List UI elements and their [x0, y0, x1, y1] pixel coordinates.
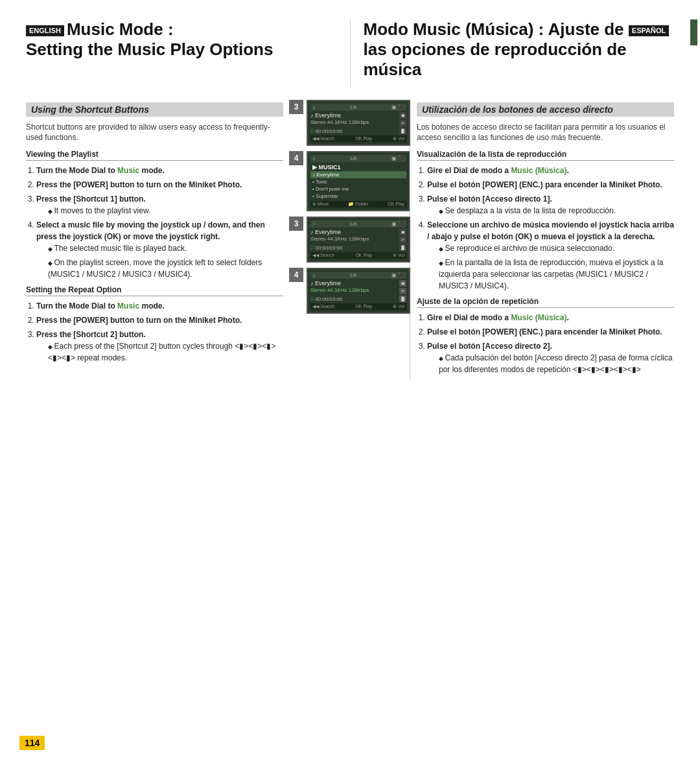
page-indicator2: 1/6: [349, 156, 356, 161]
right-title-text: Modo Music (Música) : Ajuste de ESPAÑOL …: [364, 19, 675, 80]
screen4-row: 4 ♪ 1/6 ▣ ⬛ ♪ Everytime Stereo 44.1KHz 1…: [289, 268, 410, 314]
r-step3-bullet: Se desplaza a la vista de la lista de re…: [439, 205, 674, 217]
right-title-line1: Modo Music (Música) : Ajuste de: [364, 19, 624, 39]
page-indicator4: 1/6: [349, 272, 356, 278]
viewing-label: Viewing the Playlist: [26, 150, 283, 161]
repeat-label: Setting the Repeat Option: [26, 285, 283, 296]
r-step4-bullet2: En la pantalla de la lista de reproducci…: [439, 257, 674, 292]
step3-badge: 3: [289, 100, 303, 114]
screen1-bottombar: ◀◀ SearchOK Play⊕ Vol: [310, 135, 406, 142]
screen1-lcd: ♪ 1/6 ▣ ⬛ ♪ Everytime Stereo 44.1KHz 128…: [307, 100, 410, 146]
step4-text: Select a music file by moving the joysti…: [36, 220, 265, 241]
right-steps: Gire el Dial de modo a Music (Música). P…: [417, 165, 674, 292]
screen1-topbar: ♪ 1/6 ▣ ⬛: [310, 104, 406, 111]
screen3-track: ♪ Everytime: [310, 229, 397, 235]
step4b-badge: 4: [289, 268, 303, 282]
right-viewing-label: Visualización de la lista de reproducció…: [417, 150, 674, 161]
r-step-4: Seleccione un archivo de música moviendo…: [427, 219, 674, 292]
screen4-lcd: ♪ 1/6 ▣ ⬛ ♪ Everytime Stereo 44.1KHz 128…: [307, 268, 410, 314]
screen2-lcd: ♪ 1/6 ▣ ⬛ ▶ MUSIC1 ♪ Everytime • Toxic •…: [307, 151, 410, 211]
screen4-time: 00:00/03:00: [315, 296, 342, 302]
step1-text: Turn the Mode Dial to Music mode.: [36, 166, 165, 175]
repeat-step2: Press the [POWER] button to turn on the …: [36, 314, 283, 326]
step4-bullet1: The selected music file is played back.: [48, 242, 283, 254]
left-subheader: Using the Shortcut Buttons: [26, 102, 283, 117]
right-repeat-label: Ajuste de la opción de repetición: [417, 297, 674, 308]
mode-icons2: ▣ ⬛: [391, 156, 404, 161]
note-icon3: ♪: [312, 221, 315, 227]
note-icon4: ♪: [312, 272, 315, 278]
screen2-folder: ▶ MUSIC1: [310, 163, 406, 171]
right-column: Utilización de los botones de acceso dir…: [410, 100, 674, 381]
right-intro: Los botones de acceso directo se facilit…: [417, 122, 674, 144]
mode-icons4: ▣ ⬛: [391, 272, 404, 278]
right-subheader: Utilización de los botones de acceso dir…: [417, 102, 674, 117]
scrollbar: [690, 19, 697, 45]
screen1-time: 00:00/03:00: [315, 128, 342, 134]
left-intro: Shortcut buttons are provided to allow u…: [26, 122, 283, 144]
r-step-2: Pulse el botón [POWER] (ENC.) para encen…: [427, 179, 674, 191]
screen3-row: 3 ♪ 1/6 ▣ ⬛ ♪ Everytime Stereo 44.1KHz 1…: [289, 217, 410, 263]
screen3-lcd: ♪ 1/6 ▣ ⬛ ♪ Everytime Stereo 44.1KHz 128…: [307, 217, 410, 263]
screen2-bottombar: ⊕ Move📁 FolderOK Play: [310, 201, 406, 207]
mode-icons3: ▣ ⬛: [391, 221, 404, 227]
step-2: Press the [POWER] button to turn on the …: [36, 179, 283, 191]
screen2-item3: • Superstar: [310, 193, 406, 200]
right-title-line2: las opciones de reproducción de música: [364, 40, 627, 79]
step3b-badge: 3: [289, 217, 303, 231]
left-title-line2: Setting the Music Play Options: [26, 40, 273, 59]
step2-text: Press the [POWER] button to turn on the …: [36, 180, 242, 189]
repeat-step3: Press the [Shortcut 2] button. Each pres…: [36, 329, 283, 364]
screen2-row: 4 ♪ 1/6 ▣ ⬛ ▶ MUSIC1 ♪ Everytime • Toxic…: [289, 151, 410, 211]
mode-icons1: ▣ ⬛: [391, 104, 404, 110]
repeat-steps: Turn the Mode Dial to Music mode. Press …: [26, 300, 283, 364]
right-title: Modo Music (Música) : Ajuste de ESPAÑOL …: [351, 19, 675, 87]
center-screens-column: 3 ♪ 1/6 ▣ ⬛ ♪ Everytime Stereo 44.1KHz 1…: [290, 100, 410, 381]
r-repeat-step2: Pulse el botón [POWER] (ENC.) para encen…: [427, 326, 674, 338]
screen1-quality: Stereo 44.1KHz 128Kbps: [310, 119, 397, 125]
r-step-3: Pulse el botón [Acceso directo 1]. Se de…: [427, 193, 674, 217]
step-4: Select a music file by moving the joysti…: [36, 219, 283, 280]
step-3: Press the [Shortcut 1] button. It moves …: [36, 193, 283, 217]
title-row: ENGLISHMusic Mode : Setting the Music Pl…: [26, 19, 674, 87]
screen3-quality: Stereo 44.1KHz 128Kbps: [310, 236, 397, 242]
page-indicator1: 1/6: [349, 104, 356, 110]
step4-badge: 4: [289, 151, 303, 165]
screen2-item2: • Don't push me: [310, 185, 406, 193]
note-icon1: ♪: [312, 104, 315, 110]
page-number: 114: [19, 736, 45, 750]
screen3-bottombar: ◀◀ SearchOK Play⊕ Vol: [310, 252, 406, 259]
page: ENGLISHMusic Mode : Setting the Music Pl…: [0, 0, 700, 763]
main-content: Using the Shortcut Buttons Shortcut butt…: [26, 100, 674, 381]
espanol-badge: ESPAÑOL: [629, 25, 669, 36]
note-icon2: ♪: [312, 156, 315, 161]
repeat-step3-bullet: Each press of the [Shortcut 2] button cy…: [48, 340, 283, 364]
step3-text: Press the [Shortcut 1] button.: [36, 194, 146, 204]
r-step4-bullet1: Se reproduce el archivo de música selecc…: [439, 242, 674, 254]
r-step-1: Gire el Dial de modo a Music (Música).: [427, 165, 674, 176]
r-repeat-step3-bullet: Cada pulsación del botón [Acceso directo…: [439, 352, 674, 375]
screen1-row: 3 ♪ 1/6 ▣ ⬛ ♪ Everytime Stereo 44.1KHz 1…: [289, 100, 410, 146]
left-title-text: ENGLISHMusic Mode : Setting the Music Pl…: [26, 19, 337, 60]
left-title: ENGLISHMusic Mode : Setting the Music Pl…: [26, 19, 350, 87]
screen3-time: 00:00/03:00: [315, 245, 342, 251]
left-steps: Turn the Mode Dial to Music mode. Press …: [26, 165, 283, 280]
step3-bullet: It moves to the playlist view.: [48, 205, 283, 217]
screen2-topbar: ♪ 1/6 ▣ ⬛: [310, 155, 406, 162]
right-repeat-steps: Gire el Dial de modo a Music (Música). P…: [417, 312, 674, 375]
r-repeat-step3: Pulse el botón [Acceso directo 2]. Cada …: [427, 340, 674, 375]
screen2-track: ♪ Everytime: [310, 171, 406, 178]
screen3-topbar: ♪ 1/6 ▣ ⬛: [310, 220, 406, 228]
step-1: Turn the Mode Dial to Music mode.: [36, 165, 283, 176]
screen4-topbar: ♪ 1/6 ▣ ⬛: [310, 272, 406, 279]
r-repeat-step1: Gire el Dial de modo a Music (Música).: [427, 312, 674, 323]
page-indicator3: 1/6: [349, 221, 356, 227]
screen4-quality: Stereo 44.1KHz 128Kbps: [310, 287, 397, 293]
step4-bullet2: On the playlist screen, move the joystic…: [48, 257, 283, 280]
screen2-item1: • Toxic: [310, 178, 406, 185]
repeat-step1: Turn the Mode Dial to Music mode.: [36, 300, 283, 312]
english-badge: ENGLISH: [26, 25, 64, 36]
left-title-line1: Music Mode :: [67, 19, 174, 39]
left-column: Using the Shortcut Buttons Shortcut butt…: [26, 100, 290, 381]
screen4-bottombar: ◀◀ SearchOK Play⊕ Vol: [310, 303, 406, 310]
